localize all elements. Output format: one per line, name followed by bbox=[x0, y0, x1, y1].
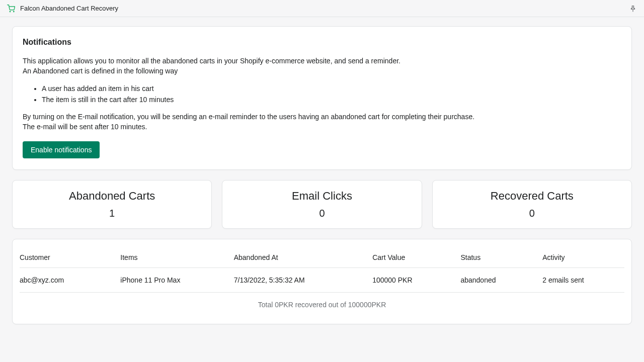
notifications-card: Notifications This application allows yo… bbox=[12, 26, 632, 170]
table-summary: Total 0PKR recovered out of 100000PKR bbox=[20, 292, 624, 317]
col-abandoned-at: Abandoned At bbox=[234, 246, 372, 268]
svg-point-1 bbox=[14, 11, 14, 12]
stat-value: 0 bbox=[438, 208, 626, 219]
col-activity: Activity bbox=[542, 246, 624, 268]
col-customer: Customer bbox=[20, 246, 120, 268]
stats-row: Abandoned Carts 1 Email Clicks 0 Recover… bbox=[12, 180, 632, 229]
notif-bullets: A user has added an item in his cart The… bbox=[42, 83, 621, 105]
svg-point-0 bbox=[10, 11, 10, 12]
stat-label: Abandoned Carts bbox=[18, 190, 206, 203]
stat-value: 0 bbox=[227, 208, 416, 219]
col-cart-value: Cart Value bbox=[372, 246, 460, 268]
table-row: abc@xyz.com iPhone 11 Pro Max 7/13/2022,… bbox=[20, 267, 624, 292]
table-header-row: Customer Items Abandoned At Cart Value S… bbox=[20, 246, 624, 268]
cell-abandoned-at: 7/13/2022, 5:35:32 AM bbox=[234, 267, 372, 292]
notif-bullet: A user has added an item in his cart bbox=[42, 83, 621, 94]
stat-label: Recovered Carts bbox=[438, 190, 626, 203]
cell-status: abandoned bbox=[460, 267, 542, 292]
cell-items: iPhone 11 Pro Max bbox=[120, 267, 233, 292]
stat-value: 1 bbox=[18, 208, 206, 219]
app-title: Falcon Abandoned Cart Recovery bbox=[20, 5, 118, 12]
cell-customer: abc@xyz.com bbox=[20, 267, 120, 292]
stat-abandoned-carts: Abandoned Carts 1 bbox=[12, 180, 212, 229]
notifications-body: This application allows you to monitor a… bbox=[23, 56, 621, 132]
notifications-title: Notifications bbox=[23, 38, 621, 47]
carts-table: Customer Items Abandoned At Cart Value S… bbox=[20, 246, 624, 317]
cart-app-icon bbox=[7, 5, 15, 13]
pin-icon[interactable] bbox=[629, 5, 637, 13]
cell-cart-value: 100000 PKR bbox=[372, 267, 460, 292]
page-content: Notifications This application allows yo… bbox=[0, 17, 644, 333]
notif-intro-2: An Abandoned cart is defined in the foll… bbox=[23, 66, 621, 76]
topbar-left: Falcon Abandoned Cart Recovery bbox=[7, 5, 118, 13]
stat-email-clicks: Email Clicks 0 bbox=[222, 180, 422, 229]
stat-label: Email Clicks bbox=[227, 190, 416, 203]
enable-notifications-button[interactable]: Enable notifications bbox=[23, 141, 100, 158]
notif-bullet: The item is still in the cart after 10 m… bbox=[42, 95, 621, 105]
carts-table-card: Customer Items Abandoned At Cart Value S… bbox=[12, 239, 632, 324]
stat-recovered-carts: Recovered Carts 0 bbox=[432, 180, 632, 229]
notif-outro-2: The e-mail will be sent after 10 minutes… bbox=[23, 122, 621, 132]
cell-activity: 2 emails sent bbox=[542, 267, 624, 292]
col-status: Status bbox=[460, 246, 542, 268]
col-items: Items bbox=[120, 246, 233, 268]
table-summary-row: Total 0PKR recovered out of 100000PKR bbox=[20, 292, 624, 317]
topbar: Falcon Abandoned Cart Recovery bbox=[0, 0, 644, 17]
notif-intro-1: This application allows you to monitor a… bbox=[23, 56, 621, 66]
notif-outro-1: By turning on the E-mail notification, y… bbox=[23, 112, 621, 122]
